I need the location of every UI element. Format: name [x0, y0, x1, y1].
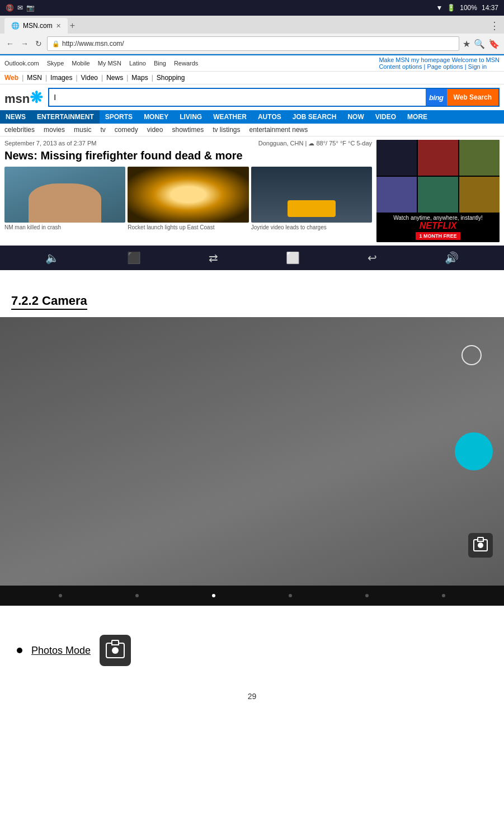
nf-cell-6: [459, 177, 500, 213]
msn-main-story: September 7, 2013 as of 2:37 PM Dongguan…: [4, 140, 372, 242]
url-field[interactable]: 🔒 http://www.msn.com/: [47, 36, 459, 51]
camera-icon-inner: [473, 539, 488, 551]
msn-logo: msn❋: [4, 88, 43, 107]
wifi-icon: ▼: [436, 4, 442, 12]
story-image-1[interactable]: NM man killed in crash: [4, 167, 125, 230]
tab-title: MSN.com: [23, 22, 53, 30]
nav-money[interactable]: MONEY: [138, 110, 174, 124]
nav-now[interactable]: NOW: [342, 110, 369, 124]
msn-homepage-link[interactable]: Make MSN my homepage: [379, 56, 450, 63]
msn-main-nav: NEWS ENTERTAINMENT SPORTS MONEY LIVING W…: [0, 110, 504, 124]
browser-menu-button[interactable]: ⋮: [489, 20, 500, 32]
tab-favicon: 🌐: [11, 22, 20, 30]
msn-link-skype[interactable]: Skype: [47, 60, 64, 67]
msn-nav-video[interactable]: Video: [81, 74, 98, 82]
subnav-tv[interactable]: tv: [100, 126, 105, 134]
msn-nav-maps[interactable]: Maps: [131, 74, 148, 82]
story-image-3[interactable]: Joyride video leads to charges: [251, 167, 372, 230]
nf-cell-1: [376, 140, 417, 176]
msn-nav-web[interactable]: Web: [4, 74, 18, 82]
netflix-ad[interactable]: Watch anytime, anywhere, instantly! NETF…: [376, 140, 500, 242]
camera-mode-button[interactable]: [468, 533, 493, 558]
recent-apps-button[interactable]: ⬛: [127, 251, 141, 265]
msn-sub-nav: celebrities movies music tv comedy video…: [0, 124, 504, 136]
nav-news[interactable]: NEWS: [0, 110, 31, 124]
subnav-celebrities[interactable]: celebrities: [4, 126, 35, 134]
home-button[interactable]: ⬜: [286, 251, 300, 265]
subnav-movies[interactable]: movies: [44, 126, 65, 134]
tab-close-button[interactable]: ✕: [56, 22, 61, 30]
msn-toolbar: Outlook.com Skype Mobile My MSN Latino B…: [0, 55, 504, 72]
bing-logo: bing: [426, 89, 446, 106]
new-tab-button[interactable]: +: [70, 21, 75, 31]
msn-search-input[interactable]: [49, 89, 426, 106]
camera-outline-icon: [106, 643, 125, 658]
msn-link-rewards[interactable]: Rewards: [174, 60, 198, 67]
msn-website: Outlook.com Skype Mobile My MSN Latino B…: [0, 54, 504, 246]
subnav-comedy[interactable]: comedy: [115, 126, 138, 134]
camera-dot-5: [365, 594, 369, 597]
msn-link-latino[interactable]: Latino: [129, 60, 146, 67]
nav-video[interactable]: VIDEO: [370, 110, 402, 124]
msn-link-outlook[interactable]: Outlook.com: [4, 60, 39, 67]
nav-weather[interactable]: WEATHER: [208, 110, 252, 124]
msn-header: msn❋ bing Web Search: [0, 84, 504, 110]
volume-down-button[interactable]: 🔈: [45, 251, 59, 265]
status-right: ▼ 🔋 100% 14:37: [436, 4, 498, 12]
active-tab[interactable]: 🌐 MSN.com ✕: [4, 18, 68, 34]
story-caption-1: NM man killed in crash: [4, 224, 125, 230]
msn-link-bing[interactable]: Bing: [154, 60, 166, 67]
status-bar: 📵 ✉ 📷 ▼ 🔋 100% 14:37: [0, 0, 504, 16]
msn-toolbar-right: Make MSN my homepage Welcome to MSN Cont…: [379, 56, 500, 70]
back-button[interactable]: ←: [4, 39, 16, 48]
bookmark-list-icon[interactable]: 🔖: [488, 39, 500, 49]
subnav-showtimes[interactable]: showtimes: [172, 126, 204, 134]
nav-living[interactable]: LIVING: [174, 110, 208, 124]
bookmark-star-icon[interactable]: ★: [463, 39, 470, 49]
photos-mode-icon-box: [100, 635, 131, 666]
camera-lens-icon: [112, 647, 119, 654]
msn-nav-news[interactable]: News: [106, 74, 123, 82]
address-actions: ★ 🔍 🔖: [463, 39, 500, 49]
camera-shutter-button[interactable]: [455, 432, 493, 470]
tab-bar: 🌐 MSN.com ✕ + ⋮: [0, 16, 504, 34]
nav-entertainment[interactable]: ENTERTAINMENT: [31, 110, 100, 124]
nav-autos[interactable]: AUTOS: [252, 110, 287, 124]
msn-nav-bar: Web | MSN | Images | Video | News | Maps…: [0, 72, 504, 84]
volume-up-button[interactable]: 🔊: [445, 251, 459, 265]
subnav-entertainmentnews[interactable]: entertainment news: [249, 126, 308, 134]
story-image-2[interactable]: Rocket launch lights up East Coast: [128, 167, 248, 230]
msn-link-mymsn[interactable]: My MSN: [98, 60, 121, 67]
msn-link-mobile[interactable]: Mobile: [72, 60, 90, 67]
refresh-button[interactable]: ↻: [34, 39, 44, 48]
netflix-text-block: Watch anytime, anywhere, instantly! NETF…: [376, 213, 500, 242]
subnav-music[interactable]: music: [74, 126, 91, 134]
back-button[interactable]: ↩: [368, 251, 377, 265]
mail-icon: ✉: [17, 4, 23, 12]
search-icon[interactable]: 🔍: [474, 39, 485, 49]
story-caption-3: Joyride video leads to charges: [251, 224, 372, 230]
address-bar: ← → ↻ 🔒 http://www.msn.com/ ★ 🔍 🔖: [0, 34, 504, 54]
camera-dot-2: [135, 594, 139, 597]
nf-cell-5: [418, 177, 458, 213]
screenshot-button[interactable]: ⇄: [209, 251, 218, 265]
subnav-tvlistings[interactable]: tv listings: [213, 126, 240, 134]
nav-more[interactable]: MORE: [402, 110, 433, 124]
subnav-video[interactable]: video: [147, 126, 163, 134]
nav-jobsearch[interactable]: JOB SEARCH: [287, 110, 342, 124]
nav-sports[interactable]: SPORTS: [100, 110, 138, 124]
forward-button[interactable]: →: [19, 39, 30, 48]
msn-options: Content options | Page options | Sign in: [379, 63, 487, 70]
camera-bottom-bar: [0, 586, 504, 606]
page-number: 29: [0, 686, 504, 706]
msn-nav-images[interactable]: Images: [50, 74, 72, 82]
msn-story-images: NM man killed in crash Rocket launch lig…: [4, 167, 372, 230]
camera-lens: [478, 542, 483, 548]
msn-toolbar-links: Outlook.com Skype Mobile My MSN Latino B…: [4, 60, 198, 67]
msn-nav-shopping[interactable]: Shopping: [157, 74, 185, 82]
time-display: 14:37: [482, 4, 498, 12]
section-separator-2: [0, 606, 504, 624]
msn-nav-msn[interactable]: MSN: [27, 74, 42, 82]
web-search-button[interactable]: Web Search: [447, 89, 498, 106]
camera-dot-6: [442, 594, 445, 597]
